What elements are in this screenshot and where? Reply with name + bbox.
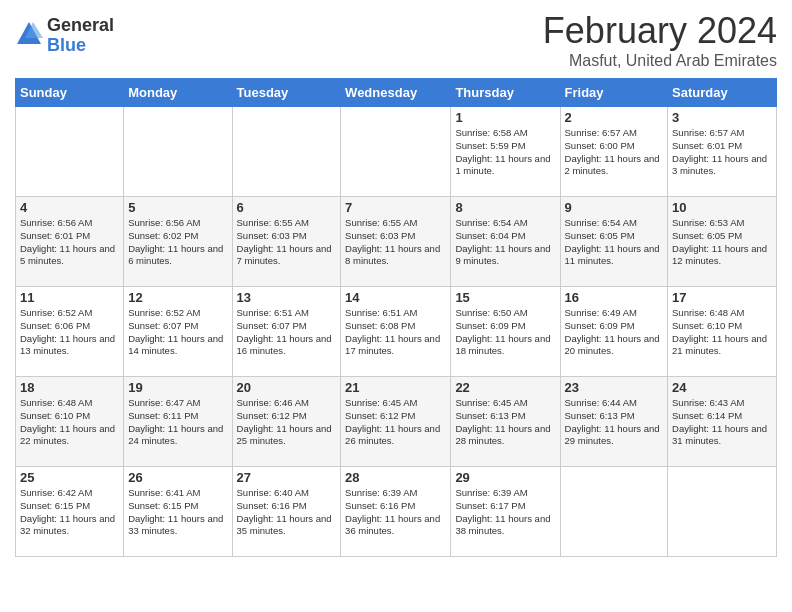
calendar-cell: 28Sunrise: 6:39 AMSunset: 6:16 PMDayligh…	[341, 467, 451, 557]
calendar-week-4: 18Sunrise: 6:48 AMSunset: 6:10 PMDayligh…	[16, 377, 777, 467]
main-title: February 2024	[543, 10, 777, 52]
day-info: Sunrise: 6:51 AMSunset: 6:08 PMDaylight:…	[345, 307, 446, 358]
calendar-cell: 20Sunrise: 6:46 AMSunset: 6:12 PMDayligh…	[232, 377, 341, 467]
day-number: 3	[672, 110, 772, 125]
day-info: Sunrise: 6:43 AMSunset: 6:14 PMDaylight:…	[672, 397, 772, 448]
day-number: 22	[455, 380, 555, 395]
days-of-week-row: SundayMondayTuesdayWednesdayThursdayFrid…	[16, 79, 777, 107]
day-of-week-saturday: Saturday	[668, 79, 777, 107]
day-number: 21	[345, 380, 446, 395]
day-info: Sunrise: 6:57 AMSunset: 6:01 PMDaylight:…	[672, 127, 772, 178]
day-number: 13	[237, 290, 337, 305]
day-info: Sunrise: 6:51 AMSunset: 6:07 PMDaylight:…	[237, 307, 337, 358]
calendar-cell: 7Sunrise: 6:55 AMSunset: 6:03 PMDaylight…	[341, 197, 451, 287]
day-info: Sunrise: 6:45 AMSunset: 6:13 PMDaylight:…	[455, 397, 555, 448]
day-number: 4	[20, 200, 119, 215]
calendar-cell: 25Sunrise: 6:42 AMSunset: 6:15 PMDayligh…	[16, 467, 124, 557]
calendar-cell: 29Sunrise: 6:39 AMSunset: 6:17 PMDayligh…	[451, 467, 560, 557]
calendar-cell	[124, 107, 232, 197]
day-info: Sunrise: 6:42 AMSunset: 6:15 PMDaylight:…	[20, 487, 119, 538]
sub-title: Masfut, United Arab Emirates	[543, 52, 777, 70]
day-info: Sunrise: 6:57 AMSunset: 6:00 PMDaylight:…	[565, 127, 664, 178]
day-number: 29	[455, 470, 555, 485]
day-number: 15	[455, 290, 555, 305]
calendar-cell: 16Sunrise: 6:49 AMSunset: 6:09 PMDayligh…	[560, 287, 668, 377]
calendar-cell: 10Sunrise: 6:53 AMSunset: 6:05 PMDayligh…	[668, 197, 777, 287]
calendar-week-3: 11Sunrise: 6:52 AMSunset: 6:06 PMDayligh…	[16, 287, 777, 377]
day-number: 5	[128, 200, 227, 215]
day-number: 24	[672, 380, 772, 395]
logo-general-label: General	[47, 16, 114, 36]
calendar-cell	[341, 107, 451, 197]
calendar-cell: 6Sunrise: 6:55 AMSunset: 6:03 PMDaylight…	[232, 197, 341, 287]
calendar-cell: 13Sunrise: 6:51 AMSunset: 6:07 PMDayligh…	[232, 287, 341, 377]
day-info: Sunrise: 6:48 AMSunset: 6:10 PMDaylight:…	[672, 307, 772, 358]
calendar-cell: 17Sunrise: 6:48 AMSunset: 6:10 PMDayligh…	[668, 287, 777, 377]
day-info: Sunrise: 6:39 AMSunset: 6:17 PMDaylight:…	[455, 487, 555, 538]
day-info: Sunrise: 6:47 AMSunset: 6:11 PMDaylight:…	[128, 397, 227, 448]
day-number: 7	[345, 200, 446, 215]
day-number: 11	[20, 290, 119, 305]
calendar-cell: 15Sunrise: 6:50 AMSunset: 6:09 PMDayligh…	[451, 287, 560, 377]
calendar-week-5: 25Sunrise: 6:42 AMSunset: 6:15 PMDayligh…	[16, 467, 777, 557]
logo: General Blue	[15, 16, 114, 56]
day-info: Sunrise: 6:56 AMSunset: 6:01 PMDaylight:…	[20, 217, 119, 268]
calendar-header: SundayMondayTuesdayWednesdayThursdayFrid…	[16, 79, 777, 107]
day-info: Sunrise: 6:40 AMSunset: 6:16 PMDaylight:…	[237, 487, 337, 538]
day-info: Sunrise: 6:45 AMSunset: 6:12 PMDaylight:…	[345, 397, 446, 448]
calendar-table: SundayMondayTuesdayWednesdayThursdayFrid…	[15, 78, 777, 557]
calendar-cell	[668, 467, 777, 557]
day-number: 26	[128, 470, 227, 485]
day-number: 10	[672, 200, 772, 215]
day-of-week-tuesday: Tuesday	[232, 79, 341, 107]
day-info: Sunrise: 6:48 AMSunset: 6:10 PMDaylight:…	[20, 397, 119, 448]
calendar-cell: 26Sunrise: 6:41 AMSunset: 6:15 PMDayligh…	[124, 467, 232, 557]
calendar-cell: 1Sunrise: 6:58 AMSunset: 5:59 PMDaylight…	[451, 107, 560, 197]
day-number: 9	[565, 200, 664, 215]
day-number: 20	[237, 380, 337, 395]
page-header: General Blue February 2024 Masfut, Unite…	[15, 10, 777, 70]
calendar-cell: 3Sunrise: 6:57 AMSunset: 6:01 PMDaylight…	[668, 107, 777, 197]
calendar-cell: 12Sunrise: 6:52 AMSunset: 6:07 PMDayligh…	[124, 287, 232, 377]
calendar-cell	[232, 107, 341, 197]
calendar-cell	[560, 467, 668, 557]
day-info: Sunrise: 6:55 AMSunset: 6:03 PMDaylight:…	[237, 217, 337, 268]
day-info: Sunrise: 6:55 AMSunset: 6:03 PMDaylight:…	[345, 217, 446, 268]
day-info: Sunrise: 6:50 AMSunset: 6:09 PMDaylight:…	[455, 307, 555, 358]
day-of-week-sunday: Sunday	[16, 79, 124, 107]
day-info: Sunrise: 6:58 AMSunset: 5:59 PMDaylight:…	[455, 127, 555, 178]
day-number: 14	[345, 290, 446, 305]
calendar-cell: 23Sunrise: 6:44 AMSunset: 6:13 PMDayligh…	[560, 377, 668, 467]
calendar-cell: 18Sunrise: 6:48 AMSunset: 6:10 PMDayligh…	[16, 377, 124, 467]
day-number: 2	[565, 110, 664, 125]
calendar-cell: 11Sunrise: 6:52 AMSunset: 6:06 PMDayligh…	[16, 287, 124, 377]
day-number: 16	[565, 290, 664, 305]
day-number: 18	[20, 380, 119, 395]
calendar-week-2: 4Sunrise: 6:56 AMSunset: 6:01 PMDaylight…	[16, 197, 777, 287]
calendar-cell: 4Sunrise: 6:56 AMSunset: 6:01 PMDaylight…	[16, 197, 124, 287]
calendar-week-1: 1Sunrise: 6:58 AMSunset: 5:59 PMDaylight…	[16, 107, 777, 197]
day-number: 6	[237, 200, 337, 215]
calendar-cell: 19Sunrise: 6:47 AMSunset: 6:11 PMDayligh…	[124, 377, 232, 467]
day-info: Sunrise: 6:49 AMSunset: 6:09 PMDaylight:…	[565, 307, 664, 358]
calendar-cell: 24Sunrise: 6:43 AMSunset: 6:14 PMDayligh…	[668, 377, 777, 467]
day-info: Sunrise: 6:52 AMSunset: 6:07 PMDaylight:…	[128, 307, 227, 358]
day-number: 25	[20, 470, 119, 485]
logo-text: General Blue	[47, 16, 114, 56]
day-number: 23	[565, 380, 664, 395]
day-of-week-thursday: Thursday	[451, 79, 560, 107]
day-number: 1	[455, 110, 555, 125]
day-info: Sunrise: 6:39 AMSunset: 6:16 PMDaylight:…	[345, 487, 446, 538]
calendar-cell: 2Sunrise: 6:57 AMSunset: 6:00 PMDaylight…	[560, 107, 668, 197]
day-number: 8	[455, 200, 555, 215]
logo-icon	[15, 20, 43, 48]
day-number: 27	[237, 470, 337, 485]
day-info: Sunrise: 6:46 AMSunset: 6:12 PMDaylight:…	[237, 397, 337, 448]
day-info: Sunrise: 6:53 AMSunset: 6:05 PMDaylight:…	[672, 217, 772, 268]
day-info: Sunrise: 6:52 AMSunset: 6:06 PMDaylight:…	[20, 307, 119, 358]
day-info: Sunrise: 6:41 AMSunset: 6:15 PMDaylight:…	[128, 487, 227, 538]
day-info: Sunrise: 6:56 AMSunset: 6:02 PMDaylight:…	[128, 217, 227, 268]
calendar-cell: 9Sunrise: 6:54 AMSunset: 6:05 PMDaylight…	[560, 197, 668, 287]
day-info: Sunrise: 6:54 AMSunset: 6:04 PMDaylight:…	[455, 217, 555, 268]
day-number: 17	[672, 290, 772, 305]
